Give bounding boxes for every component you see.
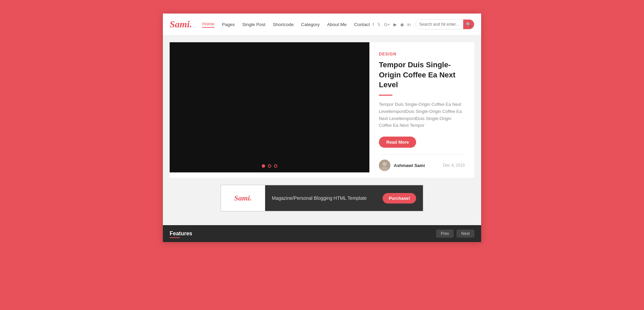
banner-dark: Magazine/Personal Blogging HTML Template…	[265, 185, 423, 211]
features-next-button[interactable]: Next	[456, 230, 474, 238]
article-excerpt: Tempor Duis Single-Origin Coffee Ea Next…	[379, 101, 465, 129]
avatar	[379, 160, 390, 171]
purchase-button[interactable]: Purchase!	[383, 193, 416, 204]
page-wrapper: Sami. Home Pages Single Post Shortcode C…	[163, 14, 481, 242]
banner-section: Sami. Magazine/Personal Blogging HTML Te…	[170, 185, 474, 212]
search-button[interactable]: 🔍	[463, 19, 474, 29]
googleplus-icon[interactable]: G+	[384, 22, 390, 27]
article-category: DESIGN	[379, 52, 465, 56]
header: Sami. Home Pages Single Post Shortcode C…	[163, 14, 481, 35]
main-content: DESIGN Tempor Duis Single-Origin Coffee …	[163, 35, 481, 225]
svg-point-1	[383, 162, 387, 166]
article-divider	[379, 95, 392, 96]
read-more-button[interactable]: Read More	[379, 137, 416, 148]
banner-tagline: Magazine/Personal Blogging HTML Template	[272, 195, 367, 201]
article-date: Dec 4, 2015	[443, 163, 465, 168]
features-title: Features	[170, 231, 192, 237]
facebook-icon[interactable]: f	[373, 22, 374, 27]
slider-area	[170, 42, 369, 172]
logo-dot: .	[190, 19, 192, 29]
nav-item-category[interactable]: Category	[301, 22, 320, 27]
search-input[interactable]	[416, 22, 463, 27]
features-prev-button[interactable]: Prev	[436, 230, 454, 238]
slider-dot-3[interactable]	[274, 164, 277, 168]
youtube-icon[interactable]: ▶	[393, 22, 397, 27]
featured-section: DESIGN Tempor Duis Single-Origin Coffee …	[170, 42, 474, 178]
article-title: Tempor Duis Single-Origin Coffee Ea Next…	[379, 60, 465, 90]
slider-dot-1[interactable]	[262, 164, 265, 168]
linkedin-icon[interactable]: in	[407, 22, 411, 27]
slider-dots	[262, 164, 277, 168]
features-bar: Features Prev Next	[163, 225, 481, 242]
article-top: DESIGN Tempor Duis Single-Origin Coffee …	[379, 52, 465, 154]
nav-item-single-post[interactable]: Single Post	[242, 22, 265, 27]
article-panel: DESIGN Tempor Duis Single-Origin Coffee …	[369, 42, 474, 178]
nav-item-pages[interactable]: Pages	[222, 22, 235, 27]
slider-image	[170, 42, 369, 172]
twitter-icon[interactable]: 𝕏	[377, 22, 381, 27]
author-info: Ashmawi Sami	[379, 160, 425, 171]
nav-item-contact[interactable]: Contact	[354, 22, 370, 27]
site-logo[interactable]: Sami.	[170, 19, 192, 30]
nav-item-about-me[interactable]: About Me	[327, 22, 347, 27]
slider-dot-2[interactable]	[268, 164, 271, 168]
banner-logo-text: Sami.	[234, 194, 252, 202]
reddit-icon[interactable]: ◉	[400, 22, 404, 27]
search-bar: 🔍	[415, 19, 474, 29]
nav-item-home[interactable]: Home	[202, 21, 214, 28]
main-nav: Home Pages Single Post Shortcode Categor…	[202, 21, 372, 28]
nav-item-shortcode[interactable]: Shortcode	[273, 22, 294, 27]
banner: Sami. Magazine/Personal Blogging HTML Te…	[220, 185, 424, 212]
logo-text: Sami	[170, 19, 190, 29]
author-name: Ashmawi Sami	[394, 163, 425, 168]
social-icons: f 𝕏 G+ ▶ ◉ in	[373, 22, 411, 27]
banner-logo: Sami.	[221, 185, 265, 211]
author-row: Ashmawi Sami Dec 4, 2015	[379, 154, 465, 171]
features-nav: Prev Next	[436, 230, 474, 238]
